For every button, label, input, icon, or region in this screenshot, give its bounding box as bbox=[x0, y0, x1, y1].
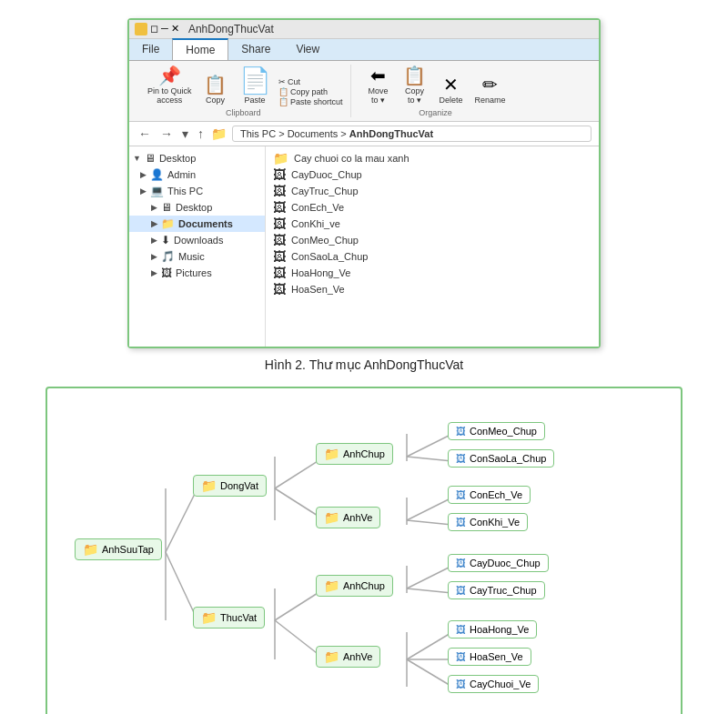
list-item[interactable]: 🖼 HoaSen_Ve bbox=[269, 281, 595, 297]
copy-to-button[interactable]: 📋 Copyto ▾ bbox=[399, 65, 431, 106]
folder-icon: 📁 bbox=[324, 447, 339, 461]
list-item[interactable]: 🖼 CayDuoc_Chup bbox=[269, 166, 595, 183]
sidebar: ▼ 🖥 Desktop ▶ 👤 Admin ▶ 💻 This PC ▶ 🖥 De… bbox=[129, 146, 266, 347]
sidebar-item-downloads[interactable]: ▶ ⬇ Downloads bbox=[129, 232, 265, 248]
node-label: AnhChup bbox=[343, 580, 385, 591]
cut-button[interactable]: ✂ Cut bbox=[278, 77, 343, 86]
sidebar-item-pictures[interactable]: ▶ 🖼 Pictures bbox=[129, 265, 265, 281]
desktop-icon: 🖥 bbox=[145, 152, 156, 165]
organize-group: ⬅ Moveto ▾ 📋 Copyto ▾ ✕ Delete ✏ Rename … bbox=[355, 65, 517, 117]
up-button[interactable]: ↑ bbox=[196, 126, 206, 141]
node-anhve-dongvat: 📁 AnhVe bbox=[316, 507, 380, 528]
expand-arrow: ▶ bbox=[151, 203, 157, 212]
tab-share[interactable]: Share bbox=[228, 39, 283, 60]
list-item[interactable]: 🖼 ConMeo_Chup bbox=[269, 232, 595, 248]
node-hoahong-ve: 🖼 HoaHong_Ve bbox=[448, 620, 537, 639]
back-button[interactable]: ← bbox=[136, 126, 153, 141]
svg-line-10 bbox=[407, 457, 452, 461]
title-icon bbox=[135, 23, 147, 35]
forward-button[interactable]: → bbox=[158, 126, 175, 141]
tab-file[interactable]: File bbox=[129, 39, 172, 60]
music-icon: 🎵 bbox=[161, 250, 175, 263]
image-icon: 🖼 bbox=[456, 651, 466, 662]
sidebar-item-documents[interactable]: ▶ 📁 Documents bbox=[129, 216, 265, 232]
pin-to-quick-button[interactable]: 📌 Pin to Quickaccess bbox=[144, 65, 196, 106]
file-explorer: ◻ ─ ✕ AnhDongThucVat File Home Share Vie… bbox=[127, 18, 601, 348]
delete-button[interactable]: ✕ Delete bbox=[435, 74, 468, 106]
svg-line-15 bbox=[407, 566, 452, 588]
svg-line-18 bbox=[407, 632, 452, 659]
node-label: AnhVe bbox=[343, 512, 372, 523]
rename-button[interactable]: ✏ Rename bbox=[471, 74, 510, 106]
expand-arrow: ▼ bbox=[133, 154, 141, 163]
paste-button[interactable]: 📄 Paste bbox=[236, 66, 275, 106]
copy-button[interactable]: 📋 Copy bbox=[199, 74, 232, 106]
node-label: ConKhi_Ve bbox=[470, 517, 520, 528]
sidebar-item-desktop2[interactable]: ▶ 🖥 Desktop bbox=[129, 199, 265, 216]
node-label: DongVat bbox=[220, 480, 258, 491]
list-item[interactable]: 🖼 ConKhi_ve bbox=[269, 216, 595, 232]
clipboard-group: 📌 Pin to Quickaccess 📋 Copy 📄 Paste ✂ Cu… bbox=[136, 65, 351, 117]
rename-icon: ✏ bbox=[482, 75, 498, 94]
expand-arrow: ▶ bbox=[140, 170, 147, 179]
svg-line-12 bbox=[407, 498, 452, 520]
svg-line-9 bbox=[407, 434, 452, 457]
address-path[interactable]: This PC > Documents > AnhDongThucVat bbox=[232, 126, 592, 142]
node-hoasen-ve: 🖼 HoaSen_Ve bbox=[448, 648, 531, 666]
recent-button[interactable]: ▾ bbox=[180, 126, 190, 141]
node-consaola-chup: 🖼 ConSaoLa_Chup bbox=[448, 449, 554, 468]
image-icon: 🖼 bbox=[273, 282, 286, 297]
sidebar-item-admin[interactable]: ▶ 👤 Admin bbox=[129, 166, 265, 183]
folder-icon: 📁 bbox=[201, 610, 217, 625]
image-icon: 🖼 bbox=[273, 184, 286, 198]
folder-icon: 📁 bbox=[324, 510, 339, 525]
admin-icon: 👤 bbox=[150, 168, 164, 181]
node-conmeo-chup: 🖼 ConMeo_Chup bbox=[448, 422, 545, 440]
image-icon: 🖼 bbox=[273, 216, 286, 231]
node-label: AnhVe bbox=[343, 651, 372, 662]
ribbon-tabs: File Home Share View bbox=[129, 39, 599, 61]
sidebar-item-thispc[interactable]: ▶ 💻 This PC bbox=[129, 183, 265, 199]
node-label: AnhSuuTap bbox=[102, 544, 154, 555]
list-item[interactable]: 🖼 HoaHong_Ve bbox=[269, 265, 595, 281]
node-label: ConSaoLa_Chup bbox=[470, 453, 546, 464]
list-item[interactable]: 🖼 CayTruc_Chup bbox=[269, 183, 595, 199]
copy-path-button[interactable]: 📋 Copy path bbox=[278, 87, 343, 96]
sidebar-item-music[interactable]: ▶ 🎵 Music bbox=[129, 248, 265, 265]
paste-icon: 📄 bbox=[239, 68, 271, 94]
tab-view[interactable]: View bbox=[283, 39, 332, 60]
node-anhchup-dongvat: 📁 AnhChup bbox=[316, 443, 393, 465]
node-conkhi-ve: 🖼 ConKhi_Ve bbox=[448, 513, 528, 531]
node-anhsuutap: 📁 AnhSuuTap bbox=[75, 538, 162, 560]
image-icon: 🖼 bbox=[456, 426, 466, 437]
tab-home[interactable]: Home bbox=[172, 38, 228, 60]
folder-icon: 📁 bbox=[324, 578, 339, 593]
list-item[interactable]: 🖼 ConSaoLa_Chup bbox=[269, 248, 595, 265]
clipboard-items: 📌 Pin to Quickaccess 📋 Copy 📄 Paste ✂ Cu… bbox=[144, 65, 343, 106]
clipboard-label: Clipboard bbox=[226, 108, 261, 117]
expand-arrow: ▶ bbox=[151, 268, 157, 277]
svg-line-20 bbox=[407, 659, 452, 687]
thispc-icon: 💻 bbox=[150, 185, 164, 197]
title-bar-text: AnhDongThucVat bbox=[188, 23, 274, 35]
node-label: ConEch_Ve bbox=[470, 489, 522, 500]
organize-items: ⬅ Moveto ▾ 📋 Copyto ▾ ✕ Delete ✏ Rename bbox=[362, 65, 510, 106]
node-label: CayTruc_Chup bbox=[470, 585, 537, 596]
paste-shortcut-button[interactable]: 📋 Paste shortcut bbox=[278, 97, 343, 106]
image-icon: 🖼 bbox=[273, 167, 286, 182]
image-icon: 🖼 bbox=[456, 453, 466, 464]
copy-icon: 📋 bbox=[204, 75, 227, 94]
image-icon: 🖼 bbox=[273, 249, 286, 264]
folder-icon: 📁 bbox=[83, 542, 98, 557]
folder-icon: 📁 bbox=[324, 649, 339, 664]
node-label: ThucVat bbox=[220, 612, 257, 623]
list-item[interactable]: 🖼 ConEch_Ve bbox=[269, 199, 595, 216]
pictures-icon: 🖼 bbox=[161, 266, 172, 279]
sidebar-item-desktop[interactable]: ▼ 🖥 Desktop bbox=[129, 150, 265, 166]
node-caytruc-chup: 🖼 CayTruc_Chup bbox=[448, 581, 545, 599]
list-item[interactable]: 📁 Cay chuoi co la mau xanh bbox=[269, 150, 595, 166]
folder-icon: 📁 bbox=[201, 478, 217, 493]
explorer-main: ▼ 🖥 Desktop ▶ 👤 Admin ▶ 💻 This PC ▶ 🖥 De… bbox=[129, 146, 599, 347]
node-label: HoaHong_Ve bbox=[470, 624, 529, 635]
move-to-button[interactable]: ⬅ Moveto ▾ bbox=[362, 65, 395, 106]
